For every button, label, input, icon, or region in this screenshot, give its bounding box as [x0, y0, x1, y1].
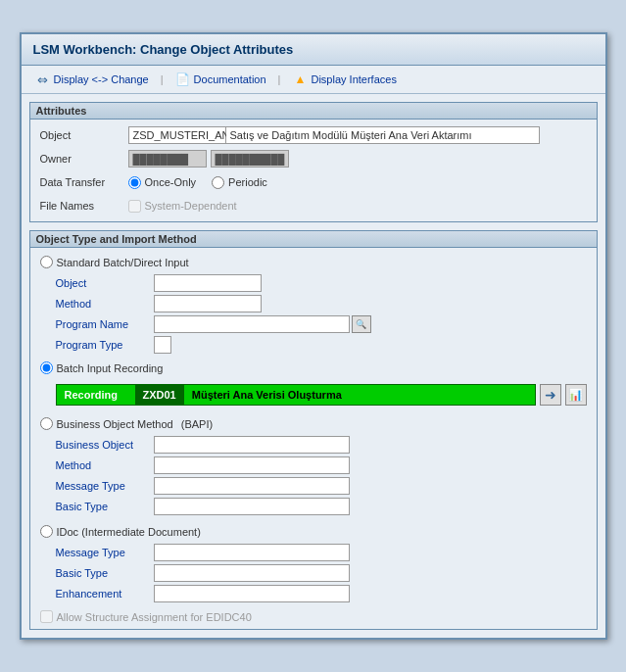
owner-row: Owner ████████ ██████████: [40, 149, 587, 168]
sb-program-name-row: Program Name 🔍: [56, 315, 587, 333]
toolbar-separator-2: |: [278, 73, 281, 85]
bapi-bo-input[interactable]: [154, 436, 350, 454]
bapi-basictype-input[interactable]: [154, 498, 350, 515]
bapi-bo-row: Business Object: [56, 436, 587, 454]
standard-batch-label: Standard Batch/Direct Input: [57, 257, 189, 268]
data-transfer-row: Data Transfer Once-Only Periodic: [40, 172, 587, 192]
idoc-enhancement-input[interactable]: [154, 585, 350, 602]
display-change-button[interactable]: ⇔ Display <-> Change: [29, 70, 155, 89]
object-name-value: ZSD_MUSTERI_ANA: [133, 129, 237, 141]
sb-method-label: Method: [56, 298, 154, 310]
attributes-title: Attributes: [30, 103, 597, 120]
toolbar-separator-1: |: [161, 73, 164, 85]
system-dependent-checkbox[interactable]: [128, 200, 141, 213]
recording-code-field: ZXD01: [135, 384, 184, 406]
lookup-icon: 🔍: [356, 319, 366, 329]
sb-program-name-input[interactable]: [154, 315, 350, 333]
title-bar: LSM Workbench: Change Object Attributes: [22, 34, 605, 66]
sb-program-type-row: Program Type: [56, 336, 587, 354]
idoc-option[interactable]: IDoc (Intermediate Document): [40, 523, 587, 540]
object-label: Object: [40, 129, 128, 141]
system-dependent-label: System-Dependent: [145, 200, 237, 212]
object-row: Object ZSD_MUSTERI_ANA Satış ve Dağıtım …: [40, 125, 587, 145]
business-object-option[interactable]: Business Object Method (BAPI): [40, 415, 587, 432]
file-names-label: File Names: [40, 200, 128, 212]
idoc-fields: Message Type Basic Type Enhancement: [56, 544, 587, 602]
owner-field-1: ████████: [128, 150, 207, 168]
allow-structure-option[interactable]: Allow Structure Assignment for EDIDC40: [40, 610, 587, 623]
business-object-label: Business Object Method: [57, 418, 173, 430]
idoc-msgtype-label: Message Type: [56, 547, 154, 558]
allow-structure-checkbox[interactable]: [40, 610, 53, 623]
standard-batch-option[interactable]: Standard Batch/Direct Input: [40, 254, 587, 270]
bapi-method-row: Method: [56, 456, 587, 474]
idoc-msgtype-row: Message Type: [56, 544, 587, 561]
periodic-radio[interactable]: [212, 176, 224, 189]
periodic-option[interactable]: Periodic: [212, 176, 267, 189]
once-only-radio[interactable]: [128, 176, 141, 189]
sb-method-row: Method: [56, 295, 587, 312]
system-dependent-option[interactable]: System-Dependent: [128, 200, 237, 213]
standard-batch-radio[interactable]: [40, 256, 53, 268]
recording-label: Recording: [57, 389, 135, 401]
batch-input-option[interactable]: Batch Input Recording: [40, 360, 587, 376]
once-only-option[interactable]: Once-Only: [128, 176, 197, 189]
object-name-field: ZSD_MUSTERI_ANA: [128, 126, 226, 144]
idoc-basictype-input[interactable]: [154, 564, 350, 582]
idoc-radio[interactable]: [40, 525, 53, 538]
display-interfaces-button[interactable]: ▲ Display Interfaces: [286, 70, 402, 89]
recording-desc-value: Müşteri Ana Verisi Oluşturma: [184, 389, 535, 401]
sb-object-input[interactable]: [154, 274, 262, 292]
display-interfaces-label: Display Interfaces: [311, 73, 396, 85]
window-title: LSM Workbench: Change Object Attributes: [33, 42, 294, 57]
file-names-row: File Names System-Dependent: [40, 196, 587, 216]
idoc-basictype-row: Basic Type: [56, 564, 587, 582]
sb-program-type-label: Program Type: [56, 339, 154, 351]
recording-chart-button[interactable]: 📊: [565, 384, 587, 406]
documentation-button[interactable]: 📄 Documentation: [169, 70, 272, 89]
bapi-method-label: Method: [56, 459, 154, 471]
recording-arrow-button[interactable]: ➜: [540, 384, 561, 406]
standard-batch-fields: Object Method Program Name 🔍: [56, 274, 587, 354]
bapi-basictype-label: Basic Type: [56, 501, 154, 512]
data-transfer-options: Once-Only Periodic: [128, 176, 267, 189]
toolbar: ⇔ Display <-> Change | 📄 Documentation |…: [22, 66, 605, 94]
attributes-section: Attributes Object ZSD_MUSTERI_ANA Satış …: [29, 102, 598, 222]
object-desc-value: Satış ve Dağıtım Modülü Müşteri Ana Veri…: [230, 129, 472, 141]
sb-object-row: Object: [56, 274, 587, 292]
display-change-label: Display <-> Change: [54, 73, 149, 85]
owner-value-1: ████████: [133, 154, 189, 165]
periodic-label: Periodic: [228, 176, 267, 188]
bapi-bo-label: Business Object: [56, 439, 154, 451]
program-name-lookup-button[interactable]: 🔍: [352, 315, 371, 333]
owner-value-2: ██████████: [216, 154, 285, 165]
batch-input-radio[interactable]: [40, 361, 53, 374]
idoc-msgtype-input[interactable]: [154, 544, 350, 561]
attributes-body: Object ZSD_MUSTERI_ANA Satış ve Dağıtım …: [30, 120, 597, 221]
display-change-icon: ⇔: [35, 72, 51, 87]
idoc-basictype-label: Basic Type: [56, 567, 154, 579]
documentation-icon: 📄: [175, 72, 191, 87]
idoc-enhancement-row: Enhancement: [56, 585, 587, 602]
sb-program-type-input[interactable]: [154, 336, 171, 354]
object-desc-field: Satış ve Dağıtım Modülü Müşteri Ana Veri…: [226, 126, 540, 144]
object-type-section: Object Type and Import Method Standard B…: [29, 230, 598, 630]
object-type-title: Object Type and Import Method: [30, 231, 597, 248]
bapi-msgtype-row: Message Type: [56, 477, 587, 495]
bapi-method-input[interactable]: [154, 456, 350, 474]
idoc-enhancement-label: Enhancement: [56, 588, 154, 600]
recording-code-value: ZXD01: [143, 389, 176, 401]
batch-input-label: Batch Input Recording: [57, 362, 164, 374]
bapi-msgtype-input[interactable]: [154, 477, 350, 495]
bapi-label: (BAPI): [181, 418, 213, 430]
business-object-radio[interactable]: [40, 417, 53, 430]
once-only-label: Once-Only: [145, 176, 197, 188]
sb-method-input[interactable]: [154, 295, 262, 312]
arrow-icon: ➜: [545, 387, 556, 403]
idoc-label: IDoc (Intermediate Document): [57, 526, 201, 538]
bapi-basictype-row: Basic Type: [56, 498, 587, 515]
allow-structure-row: Allow Structure Assignment for EDIDC40: [40, 610, 587, 623]
data-transfer-label: Data Transfer: [40, 176, 128, 188]
sb-object-label: Object: [56, 277, 154, 289]
owner-label: Owner: [40, 153, 128, 165]
